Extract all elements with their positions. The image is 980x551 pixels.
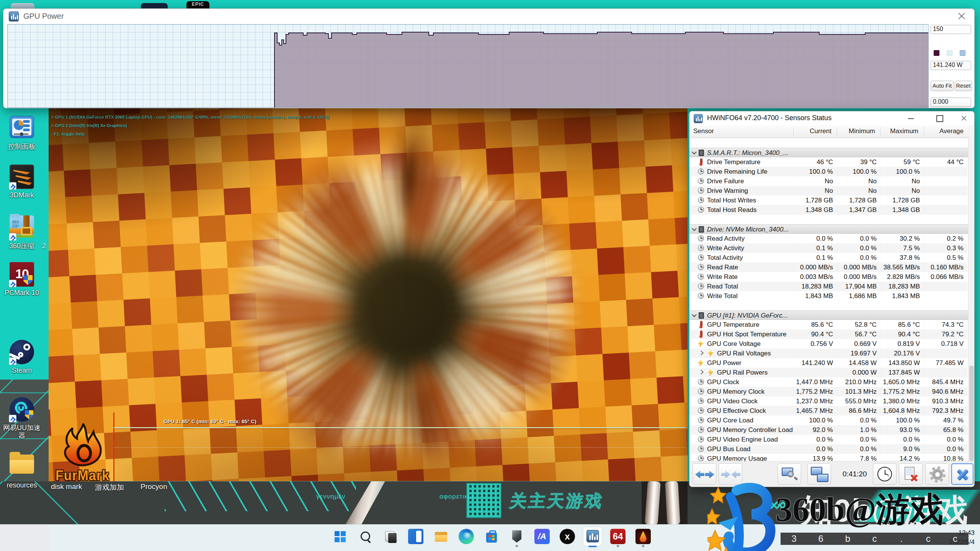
window-fragment-epic[interactable]: EPIC	[186, 1, 209, 9]
sensor-row[interactable]: Write Total1,843 MB1,686 MB1,843 MB	[689, 291, 967, 301]
clock-button[interactable]	[873, 463, 897, 485]
microsoft-store-icon	[484, 529, 499, 544]
table-spacer-row	[689, 301, 969, 310]
sensor-row[interactable]: GPU Effective Clock1,465.7 MHz86.6 MHz1,…	[689, 406, 967, 416]
taskbar-widgets-button[interactable]	[407, 527, 425, 546]
reset-button[interactable]: Reset	[955, 81, 972, 91]
chevron-down-icon[interactable]	[692, 312, 697, 317]
gpu-power-close-icon[interactable]	[957, 12, 966, 20]
sensor-row[interactable]: Drive WarningNoNoNo	[689, 186, 967, 196]
column-current[interactable]: Current	[810, 127, 831, 135]
desktop-icon-uu-booster[interactable]: 网易UU加速器	[0, 397, 43, 439]
sensor-row[interactable]: Drive FailureNoNoNo	[689, 176, 967, 186]
sensor-row[interactable]: GPU Power141.240 W14.458 W143.850 W77.48…	[689, 358, 967, 368]
close-button[interactable]	[959, 114, 969, 123]
close-sensors-button[interactable]	[951, 463, 973, 485]
settings-button[interactable]	[925, 463, 949, 485]
legend-bg-color[interactable]	[947, 50, 952, 56]
desktop-label-diskmark[interactable]: disk mark	[51, 483, 82, 491]
shortcut-arrow-icon	[9, 280, 16, 287]
sensor-row[interactable]: GPU Bus Load0.0 %0.0 %9.0 %0.0 %	[689, 444, 967, 454]
sensor-group-row[interactable]: Drive: NVMe Micron_3400...	[689, 224, 969, 234]
reset-report-button[interactable]	[899, 463, 923, 485]
sensor-row[interactable]: GPU Memory Usage13.9 %7.8 %14.2 %10.8 %	[689, 454, 967, 462]
taskbar-xbox-button[interactable]: x	[558, 527, 577, 546]
sensor-row[interactable]: Drive Remaining Life100.0 %100.0 %100.0 …	[689, 167, 967, 176]
desktop-icon-steam[interactable]: Steam	[0, 340, 43, 374]
sensor-row[interactable]: Read Rate0.000 MB/s0.000 MB/s38.565 MB/s…	[689, 262, 967, 272]
sensor-row[interactable]: Write Rate0.003 MB/s0.000 MB/s2.828 MB/s…	[689, 272, 967, 282]
desktop-label-gamepp[interactable]: 游戏加加	[95, 483, 124, 492]
sensor-row[interactable]: Total Host Writes1,728 GB1,728 GB1,728 G…	[689, 196, 967, 205]
legend-line-color[interactable]	[934, 50, 939, 56]
3dmark-icon	[10, 165, 34, 189]
sensor-row[interactable]: GPU Rail Powers0.000 W137.845 W	[689, 368, 967, 377]
taskbar-benchmark-button[interactable]: /A	[533, 527, 551, 546]
minimize-button[interactable]	[906, 114, 916, 123]
scrollbar-thumb[interactable]	[969, 365, 974, 461]
monitor-zoom-button[interactable]	[777, 463, 801, 485]
sensor-table-scrollbar[interactable]	[968, 138, 974, 462]
resources-folder-icon	[10, 455, 34, 479]
sensor-row[interactable]: GPU Rail Voltages19.697 V20.176 V	[689, 349, 967, 358]
column-minimum[interactable]: Minimum	[849, 127, 875, 135]
sensor-row[interactable]: GPU Video Engine Load0.0 %0.0 %0.0 %0.0 …	[689, 435, 967, 444]
desktop-icon-3dmark[interactable]: 3DMark	[0, 165, 43, 199]
clock-icon	[698, 168, 704, 174]
taskbar-epic-button[interactable]	[508, 527, 526, 546]
sensor-row[interactable]: GPU Hot Spot Temperature90.4 °C56.7 °C90…	[689, 329, 967, 339]
desktop-icon-control-panel[interactable]: 控制面板	[0, 115, 43, 150]
column-maximum[interactable]: Maximum	[890, 127, 918, 135]
chevron-right-icon[interactable]	[699, 350, 704, 355]
sensor-row[interactable]: GPU Video Clock1,237.0 MHz555.0 MHz1,380…	[689, 396, 967, 406]
expand-columns-button[interactable]	[693, 463, 716, 485]
desktop-label-procyon[interactable]: Procyon	[140, 483, 167, 491]
sensor-row[interactable]: Write Activity0.1 %0.0 %7.5 %0.3 %	[689, 243, 967, 253]
sensor-row[interactable]: Total Host Reads1,348 GB1,347 GB1,348 GB	[689, 205, 967, 215]
window-fragment-navy[interactable]	[141, 3, 168, 9]
chevron-down-icon[interactable]	[692, 226, 697, 231]
sensor-row[interactable]: GPU Clock1,447.0 MHz210.0 MHz1,605.0 MHz…	[689, 377, 967, 387]
chevron-down-icon[interactable]	[692, 150, 697, 155]
column-sensor[interactable]: Sensor	[693, 127, 714, 135]
gpu-power-titlebar[interactable]: GPU Power	[3, 9, 974, 24]
auto-fit-button[interactable]: Auto Fit	[931, 81, 954, 91]
sensor-row[interactable]: Read Total18,283 MB17,904 MB18,283 MB	[689, 282, 967, 291]
sensor-group-row[interactable]: GPU [#1]: NVIDIA GeForc...	[689, 310, 969, 320]
clock-icon	[698, 408, 704, 414]
desktop-icon-pcmark10[interactable]: 10 PCMark 10	[0, 262, 43, 297]
sensor-row[interactable]: Read Activity0.0 %0.0 %30.2 %0.2 %	[689, 234, 967, 243]
sensor-table[interactable]: S.M.A.R.T.: Micron_3400_...Drive Tempera…	[689, 138, 969, 462]
gpu-power-window[interactable]: GPU Power 150 141.240 W Auto Fit Reset 0…	[3, 8, 975, 108]
collapse-columns-button[interactable]	[719, 463, 742, 485]
taskbar-start-button[interactable]	[331, 527, 349, 546]
hwinfo-titlebar[interactable]: HWiNFO64 v7.20-4700 - Sensors Status	[689, 111, 974, 125]
legend-fill-color[interactable]	[960, 50, 965, 56]
maximize-button[interactable]	[934, 114, 944, 123]
chevron-right-icon[interactable]	[699, 370, 704, 375]
sensor-row[interactable]: GPU Memory Clock1,775.2 MHz101.3 MHz1,77…	[689, 387, 967, 396]
taskbar-hwinfo-button[interactable]	[583, 527, 602, 546]
desktop-icon-360zip[interactable]: 360ZIP 360压缩	[0, 214, 43, 250]
taskbar-clock[interactable]: 12:43 2022/5/4	[949, 528, 975, 547]
sensor-row[interactable]: GPU Temperature85.6 °C52.8 °C85.6 °C74.3…	[689, 320, 967, 329]
desktop-icon-resources[interactable]: resources	[0, 452, 43, 489]
sensor-row[interactable]: GPU Core Load100.0 %0.0 %100.0 %49.7 %	[689, 416, 967, 425]
taskbar-task-view-button[interactable]	[381, 527, 400, 546]
taskbar-store-button[interactable]	[482, 527, 501, 546]
taskbar-edge-button[interactable]	[457, 527, 475, 546]
column-average[interactable]: Average	[939, 127, 964, 135]
sensor-row[interactable]: Drive Temperature46 °C39 °C59 °C44 °C	[689, 157, 967, 167]
remote-monitor-button[interactable]	[807, 463, 831, 485]
taskbar-furmark-button[interactable]	[634, 527, 652, 546]
sensor-table-header[interactable]: Sensor Current Minimum Maximum Average	[689, 125, 969, 138]
taskbar-file-explorer-button[interactable]	[432, 527, 450, 546]
sensor-group-row[interactable]: S.M.A.R.T.: Micron_3400_...	[689, 148, 969, 157]
furmark-window[interactable]: OpenGL vendor/renderer: NVIDIA GeForce R…	[49, 108, 688, 481]
taskbar-search-button[interactable]	[356, 527, 374, 546]
sensor-row[interactable]: GPU Core Voltage0.756 V0.669 V0.819 V0.7…	[689, 339, 967, 349]
sensor-row[interactable]: GPU Memory Controller Load92.0 %1.0 %93.…	[689, 425, 967, 435]
taskbar-hwinfo64-button[interactable]: 64	[609, 527, 627, 546]
sensor-row[interactable]: Total Activity0.1 %0.0 %37.8 %0.5 %	[689, 253, 967, 262]
hwinfo-window[interactable]: HWiNFO64 v7.20-4700 - Sensors Status Sen…	[689, 111, 975, 487]
